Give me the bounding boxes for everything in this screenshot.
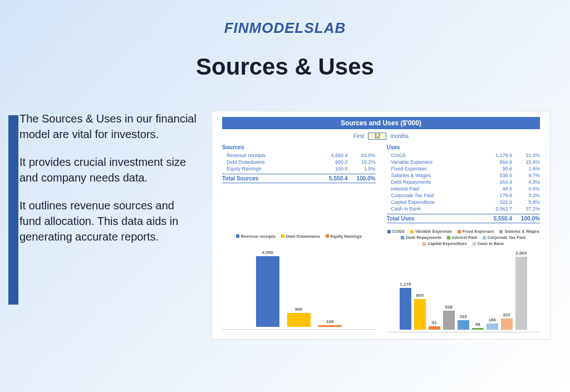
content: The Sources & Uses in our financial mode… [0, 111, 570, 340]
bar: 48 [472, 322, 484, 330]
bar: 1,179 [400, 282, 411, 330]
table-row: Fixed Expenses90.61.6% [387, 165, 540, 172]
period-selector: First 12 months [222, 133, 540, 140]
period-prefix: First [353, 133, 364, 139]
accent-bar [8, 115, 18, 305]
legend-item: Capital Expenditure [422, 241, 466, 246]
legend-item: Equity Raisings [326, 229, 362, 243]
spreadsheet-panel: Sources and Uses ($'000) First 12 months… [212, 111, 551, 340]
table-row: Cash in Bank2,062.737.2% [387, 205, 540, 212]
bar: 900 [287, 307, 311, 327]
bar: 865 [414, 293, 426, 330]
uses-table: Uses COGS1,178.921.2%Variable Expenses86… [387, 144, 540, 223]
sources-header: Sources [222, 144, 376, 150]
period-suffix: months [390, 133, 409, 139]
table-row: Corporate Tax Paid179.83.2% [387, 192, 540, 199]
legend-item: Corporate Tax Paid [483, 235, 525, 240]
table-row: Salaries & Wages538.59.7% [387, 172, 540, 179]
table-row: Variable Expenses864.615.6% [387, 159, 540, 165]
uses-legend: COGSVariable ExpensesFixed ExpensesSalar… [387, 229, 540, 246]
table-title: Sources and Uses ($'000) [222, 117, 540, 129]
charts-row: Revenue receiptsDebt DrawdownsEquity Rai… [222, 229, 540, 332]
sources-legend: Revenue receiptsDebt DrawdownsEquity Rai… [222, 229, 376, 243]
paragraph-1: The Sources & Uses in our financial mode… [19, 111, 198, 142]
bar: 100 [318, 319, 342, 327]
sources-chart-area: 4,550900100 [222, 246, 376, 330]
table-row: Capital Expenditure322.05.8% [387, 199, 540, 205]
legend-item: Revenue receipts [236, 229, 276, 243]
bar: 4,550 [256, 250, 279, 327]
total-uses-value: 5,550.4 [481, 215, 512, 222]
uses-header: Uses [387, 144, 540, 150]
total-sources-pct: 100.0% [348, 175, 376, 182]
table-row: Interest Paid48.50.9% [387, 185, 540, 192]
legend-item: Fixed Expenses [458, 229, 494, 234]
bar: 91 [429, 320, 440, 330]
total-sources-row: Total Sources 5,550.4 100.0% [222, 174, 376, 183]
legend-item: Salaries & Wages [499, 229, 539, 234]
legend-item: Debt Drawdowns [281, 229, 320, 243]
bar: 538 [443, 305, 455, 330]
total-sources-value: 5,550.4 [317, 175, 348, 182]
table-row: COGS1,178.921.2% [387, 152, 540, 159]
legend-item: Variable Expenses [410, 229, 452, 234]
bar: 180 [487, 317, 498, 330]
table-row: Revenue receipts4,550.482.0% [222, 152, 376, 159]
uses-chart: COGSVariable ExpensesFixed ExpensesSalar… [387, 229, 540, 332]
logo: FINMODELSLAB [0, 0, 570, 37]
sources-table: Sources Revenue receipts4,550.482.0%Debt… [222, 144, 376, 223]
period-value: 12 [368, 133, 386, 140]
sources-chart: Revenue receiptsDebt DrawdownsEquity Rai… [222, 229, 376, 332]
legend-item: Interest Paid [447, 235, 477, 240]
legend-item: Debt Repayments [401, 235, 441, 240]
legend-item: Cash in Bank [473, 241, 504, 246]
table-row: Equity Raisings100.01.8% [222, 165, 376, 172]
legend-item: COGS [387, 229, 405, 234]
tables-row: Sources Revenue receipts4,550.482.0%Debt… [222, 144, 540, 223]
bar: 265 [458, 314, 469, 330]
total-sources-label: Total Sources [222, 175, 317, 182]
total-uses-pct: 100.0% [512, 215, 540, 222]
uses-chart-area: 1,17986591538265481803222,063 [387, 249, 540, 332]
total-uses-label: Total Uses [387, 215, 482, 222]
bar: 322 [501, 312, 513, 330]
bar: 2,063 [515, 251, 527, 330]
page-title: Sources & Uses [0, 53, 570, 80]
total-uses-row: Total Uses 5,550.4 100.0% [387, 214, 540, 223]
table-row: Debt Repayments264.94.8% [387, 179, 540, 185]
paragraph-3: It outlines revenue sources and fund all… [19, 198, 198, 244]
table-row: Debt Drawdowns900.016.2% [222, 159, 376, 165]
paragraph-2: It provides crucial investment size and … [19, 154, 198, 185]
left-column: The Sources & Uses in our financial mode… [19, 111, 198, 340]
